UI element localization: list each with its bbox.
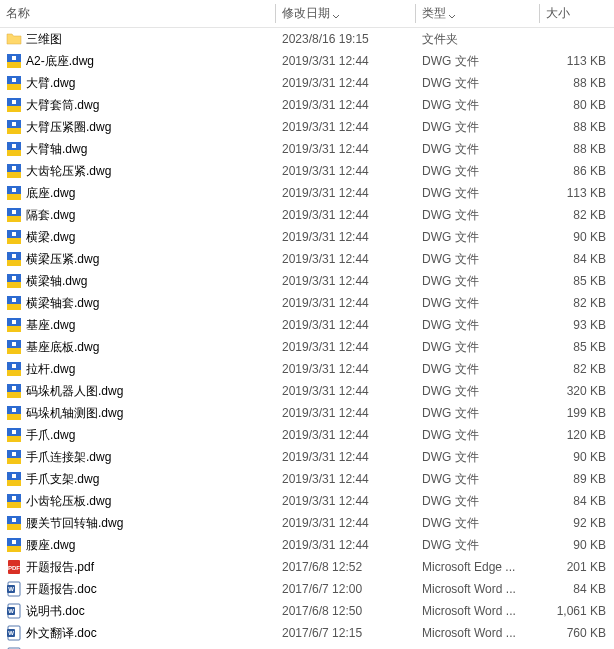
file-name-cell[interactable]: W外文翻译.doc: [0, 625, 276, 642]
svg-rect-40: [7, 348, 21, 354]
file-row[interactable]: 基座.dwg2019/3/31 12:44DWG 文件93 KB: [0, 314, 614, 336]
svg-text:PDF: PDF: [8, 565, 20, 571]
file-row[interactable]: 大臂.dwg2019/3/31 12:44DWG 文件88 KB: [0, 72, 614, 94]
file-row[interactable]: W外文翻译.doc2017/6/7 12:15Microsoft Word ..…: [0, 622, 614, 644]
file-name-cell[interactable]: 横梁压紧.dwg: [0, 251, 276, 268]
column-header-type[interactable]: 类型: [416, 0, 540, 27]
svg-rect-46: [7, 392, 21, 398]
dwg-icon: [6, 97, 22, 113]
svg-rect-55: [7, 458, 21, 464]
dwg-icon: [6, 515, 22, 531]
file-name-cell[interactable]: 腰座.dwg: [0, 537, 276, 554]
file-date-cell: 2017/6/8 12:52: [276, 560, 416, 574]
file-row[interactable]: 隔套.dwg2019/3/31 12:44DWG 文件82 KB: [0, 204, 614, 226]
file-type-cell: 文件夹: [416, 31, 540, 48]
file-row[interactable]: 手爪.dwg2019/3/31 12:44DWG 文件120 KB: [0, 424, 614, 446]
file-name-cell[interactable]: 横梁轴.dwg: [0, 273, 276, 290]
file-row[interactable]: 手爪支架.dwg2019/3/31 12:44DWG 文件89 KB: [0, 468, 614, 490]
file-row[interactable]: W开题报告.doc2017/6/7 12:00Microsoft Word ..…: [0, 578, 614, 600]
file-name-cell[interactable]: PDF开题报告.pdf: [0, 559, 276, 576]
file-row[interactable]: 拉杆.dwg2019/3/31 12:44DWG 文件82 KB: [0, 358, 614, 380]
svg-rect-26: [12, 232, 16, 236]
file-row[interactable]: 码垛机器人图.dwg2019/3/31 12:44DWG 文件320 KB: [0, 380, 614, 402]
file-date-cell: 2017/6/7 12:15: [276, 626, 416, 640]
file-name-cell[interactable]: 大臂压紧圈.dwg: [0, 119, 276, 136]
file-row[interactable]: 底座.dwg2019/3/31 12:44DWG 文件113 KB: [0, 182, 614, 204]
file-row[interactable]: W文献综述.docx2017/6/7 12:05Microsoft Word .…: [0, 644, 614, 649]
chevron-down-icon: [448, 10, 456, 18]
file-name-cell[interactable]: 横梁.dwg: [0, 229, 276, 246]
file-row[interactable]: W说明书.doc2017/6/8 12:50Microsoft Word ...…: [0, 600, 614, 622]
file-row[interactable]: 横梁轴.dwg2019/3/31 12:44DWG 文件85 KB: [0, 270, 614, 292]
file-row[interactable]: 腰关节回转轴.dwg2019/3/31 12:44DWG 文件92 KB: [0, 512, 614, 534]
file-row[interactable]: 大臂压紧圈.dwg2019/3/31 12:44DWG 文件88 KB: [0, 116, 614, 138]
file-type-cell: DWG 文件: [416, 273, 540, 290]
file-name-cell[interactable]: 手爪.dwg: [0, 427, 276, 444]
column-header-name[interactable]: 名称: [0, 0, 276, 27]
file-size-cell: 113 KB: [540, 186, 612, 200]
file-date-cell: 2019/3/31 12:44: [276, 516, 416, 530]
column-header-size[interactable]: 大小: [540, 0, 612, 27]
file-name-cell[interactable]: 码垛机轴测图.dwg: [0, 405, 276, 422]
file-row[interactable]: 大齿轮压紧.dwg2019/3/31 12:44DWG 文件86 KB: [0, 160, 614, 182]
file-name-cell[interactable]: 大齿轮压紧.dwg: [0, 163, 276, 180]
svg-rect-50: [12, 408, 16, 412]
file-size-cell: 82 KB: [540, 296, 612, 310]
file-name-cell[interactable]: 手爪连接架.dwg: [0, 449, 276, 466]
file-name-cell[interactable]: 手爪支架.dwg: [0, 471, 276, 488]
file-type-cell: DWG 文件: [416, 427, 540, 444]
file-name-cell[interactable]: 小齿轮压板.dwg: [0, 493, 276, 510]
folder-icon: [6, 31, 22, 47]
file-size-cell: 89 KB: [540, 472, 612, 486]
file-name-cell[interactable]: 拉杆.dwg: [0, 361, 276, 378]
file-name-cell[interactable]: A2-底座.dwg: [0, 53, 276, 70]
file-row[interactable]: 横梁.dwg2019/3/31 12:44DWG 文件90 KB: [0, 226, 614, 248]
file-name-cell[interactable]: 大臂轴.dwg: [0, 141, 276, 158]
file-row[interactable]: 小齿轮压板.dwg2019/3/31 12:44DWG 文件84 KB: [0, 490, 614, 512]
column-header-date[interactable]: 修改日期: [276, 0, 416, 27]
svg-rect-7: [7, 106, 21, 112]
file-row[interactable]: 大臂轴.dwg2019/3/31 12:44DWG 文件88 KB: [0, 138, 614, 160]
file-row[interactable]: 横梁压紧.dwg2019/3/31 12:44DWG 文件84 KB: [0, 248, 614, 270]
file-row[interactable]: 横梁轴套.dwg2019/3/31 12:44DWG 文件82 KB: [0, 292, 614, 314]
file-name-cell[interactable]: 腰关节回转轴.dwg: [0, 515, 276, 532]
file-date-cell: 2019/3/31 12:44: [276, 208, 416, 222]
file-row[interactable]: 基座底板.dwg2019/3/31 12:44DWG 文件85 KB: [0, 336, 614, 358]
file-row[interactable]: 腰座.dwg2019/3/31 12:44DWG 文件90 KB: [0, 534, 614, 556]
file-name-cell[interactable]: 横梁轴套.dwg: [0, 295, 276, 312]
file-row[interactable]: 手爪连接架.dwg2019/3/31 12:44DWG 文件90 KB: [0, 446, 614, 468]
column-header-size-label: 大小: [546, 5, 570, 22]
file-row[interactable]: 码垛机轴测图.dwg2019/3/31 12:44DWG 文件199 KB: [0, 402, 614, 424]
file-name-label: 手爪.dwg: [26, 427, 75, 444]
file-row[interactable]: PDF开题报告.pdf2017/6/8 12:52Microsoft Edge …: [0, 556, 614, 578]
file-name-cell[interactable]: 大臂套筒.dwg: [0, 97, 276, 114]
file-date-cell: 2019/3/31 12:44: [276, 186, 416, 200]
file-name-cell[interactable]: W说明书.doc: [0, 603, 276, 620]
file-row[interactable]: 大臂套筒.dwg2019/3/31 12:44DWG 文件80 KB: [0, 94, 614, 116]
file-row[interactable]: A2-底座.dwg2019/3/31 12:44DWG 文件113 KB: [0, 50, 614, 72]
file-type-cell: Microsoft Word ...: [416, 582, 540, 596]
svg-rect-29: [12, 254, 16, 258]
file-size-cell: 80 KB: [540, 98, 612, 112]
svg-rect-13: [7, 150, 21, 156]
file-row[interactable]: 三维图2023/8/16 19:15文件夹: [0, 28, 614, 50]
svg-rect-1: [7, 62, 21, 68]
svg-rect-32: [12, 276, 16, 280]
file-name-cell[interactable]: 基座.dwg: [0, 317, 276, 334]
svg-rect-53: [12, 430, 16, 434]
file-name-cell[interactable]: 码垛机器人图.dwg: [0, 383, 276, 400]
file-name-label: 大臂.dwg: [26, 75, 75, 92]
file-name-cell[interactable]: 基座底板.dwg: [0, 339, 276, 356]
file-date-cell: 2019/3/31 12:44: [276, 428, 416, 442]
svg-rect-19: [7, 194, 21, 200]
svg-rect-59: [12, 474, 16, 478]
file-type-cell: DWG 文件: [416, 339, 540, 356]
file-name-cell[interactable]: 三维图: [0, 31, 276, 48]
file-name-label: 横梁压紧.dwg: [26, 251, 99, 268]
file-name-cell[interactable]: 隔套.dwg: [0, 207, 276, 224]
file-name-cell[interactable]: W开题报告.doc: [0, 581, 276, 598]
file-name-cell[interactable]: 大臂.dwg: [0, 75, 276, 92]
file-name-cell[interactable]: 底座.dwg: [0, 185, 276, 202]
dwg-icon: [6, 75, 22, 91]
svg-rect-5: [12, 78, 16, 82]
